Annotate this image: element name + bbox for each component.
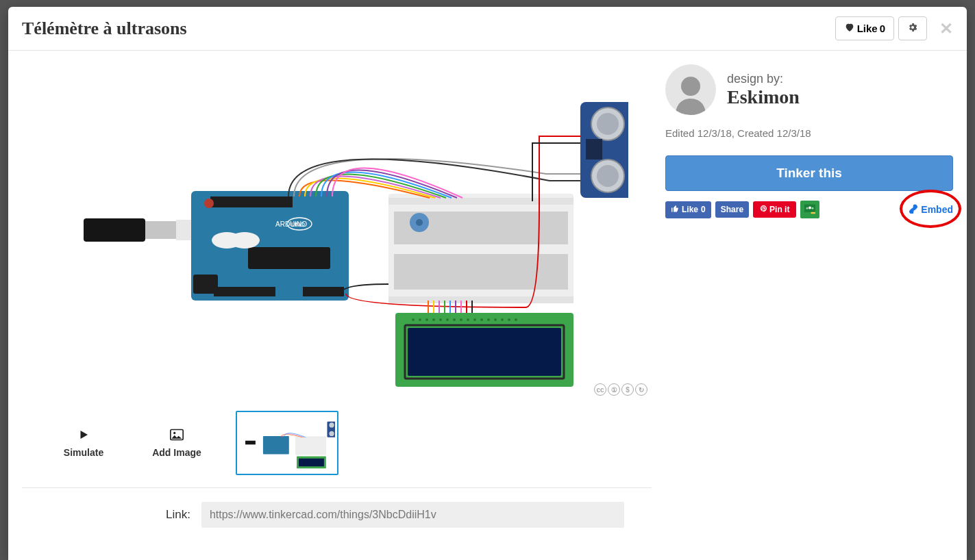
play-icon xyxy=(77,429,90,443)
page-title: Télémètre à ultrasons xyxy=(22,18,835,39)
svg-point-57 xyxy=(329,431,334,436)
thumbs-up-icon xyxy=(671,205,679,215)
thumbnail-1[interactable] xyxy=(236,411,338,475)
classroom-icon xyxy=(803,203,817,216)
heart-icon xyxy=(844,22,855,35)
svg-point-31 xyxy=(446,318,449,321)
embed-label: Embed xyxy=(921,204,953,215)
svg-rect-52 xyxy=(295,437,325,455)
right-column: design by: Eskimon Edited 12/3/18, Creat… xyxy=(652,64,953,544)
image-icon xyxy=(170,429,184,443)
circuit-preview: ARDUINO UNO xyxy=(22,64,652,400)
svg-rect-54 xyxy=(299,459,324,467)
svg-point-46 xyxy=(597,165,619,187)
svg-point-29 xyxy=(432,318,435,321)
svg-rect-12 xyxy=(193,275,218,294)
svg-rect-16 xyxy=(388,198,573,205)
gear-icon xyxy=(907,23,918,35)
svg-rect-2 xyxy=(176,220,193,240)
like-count: 0 xyxy=(880,23,885,34)
add-image-button[interactable]: Add Image xyxy=(143,429,211,458)
cc-icon: cc xyxy=(594,383,606,396)
svg-point-41 xyxy=(515,318,517,321)
cc-by-icon: ① xyxy=(608,383,620,396)
simulate-label: Simulate xyxy=(64,447,103,458)
svg-point-35 xyxy=(473,318,476,321)
svg-point-33 xyxy=(460,318,462,321)
svg-rect-24 xyxy=(408,328,561,376)
settings-button[interactable] xyxy=(898,16,927,40)
svg-point-38 xyxy=(494,318,497,321)
link-input[interactable] xyxy=(201,502,624,528)
svg-point-44 xyxy=(597,113,619,135)
facebook-like-button[interactable]: Like 0 xyxy=(665,201,711,218)
svg-point-28 xyxy=(425,318,428,321)
svg-point-58 xyxy=(681,77,700,96)
thumbnail-row: Simulate Add Image xyxy=(22,400,652,488)
svg-rect-50 xyxy=(245,441,256,445)
svg-rect-51 xyxy=(263,436,289,454)
fb-like-label: Like xyxy=(682,205,698,214)
svg-point-56 xyxy=(329,422,334,427)
svg-rect-0 xyxy=(84,218,145,242)
facebook-share-button[interactable]: Share xyxy=(715,201,749,218)
svg-point-32 xyxy=(453,318,456,321)
modal-header: Télémètre à ultrasons Like 0 ✕ xyxy=(8,7,967,51)
svg-point-49 xyxy=(173,431,175,433)
link-icon xyxy=(909,204,918,216)
link-row: Link: xyxy=(22,488,652,542)
svg-point-30 xyxy=(439,318,442,321)
design-modal: Télémètre à ultrasons Like 0 ✕ xyxy=(8,7,967,560)
author-name[interactable]: Eskimon xyxy=(727,86,800,108)
fb-like-count: 0 xyxy=(701,205,706,214)
svg-point-60 xyxy=(809,206,811,209)
avatar[interactable] xyxy=(665,64,716,115)
cc-license-icons: cc ① $ ↻ xyxy=(594,383,647,396)
svg-point-26 xyxy=(412,318,415,321)
svg-rect-63 xyxy=(811,212,815,213)
meta-dates: Edited 12/3/18, Created 12/3/18 xyxy=(665,127,953,139)
svg-point-40 xyxy=(508,318,510,321)
pin-label: Pin it xyxy=(769,205,789,214)
svg-rect-47 xyxy=(586,139,602,160)
cc-nc-icon: $ xyxy=(621,383,634,396)
svg-rect-5 xyxy=(303,287,344,296)
svg-rect-20 xyxy=(394,244,568,254)
design-by-label: design by: xyxy=(727,72,800,86)
svg-point-39 xyxy=(501,318,504,321)
modal-body: ARDUINO UNO xyxy=(8,51,967,557)
like-label: Like xyxy=(857,23,878,34)
svg-rect-1 xyxy=(145,221,176,239)
svg-point-61 xyxy=(806,207,809,209)
svg-rect-19 xyxy=(394,254,568,290)
embed-button[interactable]: Embed xyxy=(909,204,953,216)
svg-point-34 xyxy=(467,318,469,321)
simulate-button[interactable]: Simulate xyxy=(49,429,118,458)
pinterest-button[interactable]: Pin it xyxy=(753,201,796,218)
svg-rect-8 xyxy=(248,247,330,269)
pinterest-icon xyxy=(760,205,767,214)
svg-point-36 xyxy=(480,318,483,321)
svg-text:UNO: UNO xyxy=(291,221,305,228)
close-button[interactable]: ✕ xyxy=(939,19,953,38)
tinker-this-button[interactable]: Tinker this xyxy=(665,155,953,191)
svg-point-37 xyxy=(487,318,490,321)
svg-rect-4 xyxy=(210,196,293,207)
svg-rect-17 xyxy=(388,296,573,303)
social-actions: Like 0 Share Pin it xyxy=(665,201,953,218)
svg-point-62 xyxy=(812,207,814,209)
google-classroom-button[interactable] xyxy=(800,201,819,218)
svg-point-14 xyxy=(230,232,260,249)
svg-rect-6 xyxy=(214,287,275,296)
like-button[interactable]: Like 0 xyxy=(835,16,894,40)
link-label: Link: xyxy=(166,508,190,522)
svg-point-22 xyxy=(416,219,423,226)
svg-point-7 xyxy=(204,199,214,208)
close-icon: ✕ xyxy=(939,19,953,38)
circuit-illustration: ARDUINO UNO xyxy=(46,68,628,396)
svg-point-27 xyxy=(419,318,421,321)
add-image-label: Add Image xyxy=(152,447,201,458)
left-column: ARDUINO UNO xyxy=(22,64,652,544)
cc-sa-icon: ↻ xyxy=(635,383,647,396)
author-section: design by: Eskimon xyxy=(665,64,953,115)
